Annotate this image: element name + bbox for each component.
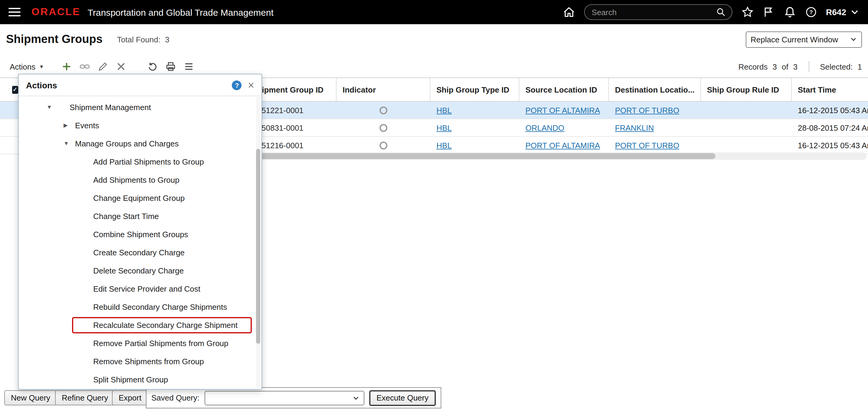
cell-destination-location-id: PORT OF TURBO [609, 137, 701, 154]
column-header-indicator[interactable]: Indicator [337, 78, 430, 101]
notifications-bell-icon[interactable] [783, 6, 796, 18]
list-view-icon[interactable] [183, 61, 194, 72]
ship-group-type-link[interactable]: HBL [436, 123, 452, 132]
tree-node-events[interactable]: ▶ Events [19, 116, 254, 134]
flag-icon[interactable] [763, 6, 774, 18]
refine-query-button[interactable]: Refine Query [55, 390, 115, 405]
actions-dialog-header: Actions ? × [19, 74, 261, 96]
search-input[interactable] [590, 7, 716, 17]
records-current: 3 [773, 62, 777, 71]
column-header-ship-group-type-id[interactable]: Ship Group Type ID [430, 78, 519, 101]
print-icon[interactable] [165, 61, 176, 72]
cell-source-location-id: ORLANDO [519, 119, 609, 136]
new-query-button[interactable]: New Query [4, 390, 57, 405]
app-title: Transportation and Global Trade Manageme… [88, 7, 274, 17]
cell-ship-group-rule-id [701, 102, 792, 119]
source-location-link[interactable]: PORT OF ALTAMIRA [525, 141, 600, 150]
cell-ship-group-rule-id [701, 119, 792, 136]
home-icon[interactable] [563, 6, 575, 18]
actions-menu-label: Actions [10, 62, 35, 71]
help-icon[interactable]: ? [805, 6, 817, 18]
total-found-value: 3 [165, 35, 169, 44]
actions-dialog: Actions ? × ▼ Shipment Management ▶ Even… [18, 74, 262, 390]
action-item[interactable]: Change Start Time [19, 207, 254, 225]
indicator-circle-icon [379, 106, 388, 114]
page-title: Shipment Groups [6, 33, 102, 46]
records-of-label: of [782, 62, 788, 71]
action-item[interactable]: Remove Shipments from Group [19, 352, 254, 370]
column-header-source-location-id[interactable]: Source Location ID [519, 78, 609, 101]
cell-indicator [337, 137, 430, 154]
action-item[interactable]: Remove Partial Shipments from Group [19, 334, 254, 352]
action-item[interactable]: Combine Shipment Groups [19, 225, 254, 243]
saved-query-select[interactable] [204, 390, 364, 405]
global-search-box [584, 4, 732, 20]
toolbar-icons [61, 61, 194, 72]
undo-refresh-icon[interactable] [147, 61, 158, 72]
window-target-select[interactable]: Replace Current Window [746, 31, 862, 48]
action-item[interactable]: Rebuild Secondary Charge Shipments [19, 298, 254, 316]
source-location-link[interactable]: PORT OF ALTAMIRA [525, 105, 600, 115]
user-chevron-down-icon[interactable] [850, 7, 860, 17]
dialog-close-icon[interactable]: × [248, 80, 254, 90]
select-chevron-icon [850, 36, 857, 43]
saved-query-panel: Saved Query: Execute Query [146, 387, 441, 408]
column-header-start-time[interactable]: Start Time [792, 78, 868, 101]
page-header: Shipment Groups Total Found: 3 Replace C… [0, 24, 868, 55]
column-header-destination-location-id[interactable]: Destination Locatio... [609, 78, 701, 101]
actions-menu-button[interactable]: Actions ▼ [6, 60, 48, 73]
link-icon[interactable] [79, 61, 90, 72]
tree-node-label: Events [75, 121, 99, 130]
caret-down-icon[interactable]: ▼ [46, 104, 54, 110]
records-total: 3 [793, 62, 798, 71]
caret-right-icon[interactable]: ▶ [64, 122, 71, 128]
search-icon[interactable] [716, 7, 725, 17]
ship-group-type-link[interactable]: HBL [436, 141, 452, 150]
checkmark-icon: ✓ [13, 87, 17, 92]
ship-group-type-link[interactable]: HBL [436, 105, 452, 115]
window-target-select-value: Replace Current Window [751, 35, 838, 44]
action-item[interactable]: Add Partial Shipments to Group [19, 153, 254, 170]
caret-down-icon[interactable]: ▼ [64, 140, 71, 147]
dialog-scrollbar-thumb[interactable] [256, 149, 260, 344]
cell-start-time: 28-08-2015 07:24 Am [792, 119, 868, 136]
action-item[interactable]: Change Equipment Group [19, 189, 254, 207]
edit-pencil-icon[interactable] [97, 61, 108, 72]
action-item[interactable]: Add Shipments to Group [19, 170, 254, 189]
action-item[interactable]: Delete Secondary Charge [19, 261, 254, 280]
cell-ship-group-type-id: HBL [430, 102, 519, 119]
tree-node-shipment-management[interactable]: ▼ Shipment Management [19, 98, 254, 116]
dialog-help-icon[interactable]: ? [232, 80, 242, 90]
total-found: Total Found: 3 [117, 35, 169, 44]
export-button[interactable]: Export [112, 390, 148, 405]
destination-location-link[interactable]: PORT OF TURBO [615, 105, 679, 115]
dialog-vertical-scrollbar[interactable] [256, 97, 260, 388]
action-item[interactable]: Split Shipment Group [19, 370, 254, 388]
top-navigation-bar: ORACLE Transportation and Global Trade M… [0, 0, 868, 24]
cell-source-location-id: PORT OF ALTAMIRA [519, 102, 609, 119]
action-item[interactable]: Edit Service Provider and Cost [19, 280, 254, 298]
execute-query-button[interactable]: Execute Query [369, 390, 436, 406]
cell-indicator [337, 119, 430, 136]
cell-ship-group-rule-id [701, 137, 792, 154]
records-label: Records [739, 62, 768, 71]
destination-location-link[interactable]: FRANKLIN [615, 123, 654, 132]
indicator-circle-icon [379, 124, 388, 132]
favorites-star-icon[interactable] [741, 6, 753, 18]
action-item-highlighted[interactable]: Recalculate Secondary Charge Shipment [19, 316, 254, 334]
source-location-link[interactable]: ORLANDO [525, 123, 564, 132]
user-menu[interactable]: R642 [826, 7, 860, 17]
hamburger-menu-icon[interactable] [8, 8, 21, 16]
tree-node-manage-groups-and-charges[interactable]: ▼ Manage Groups and Charges [19, 134, 254, 153]
saved-query-label: Saved Query: [151, 393, 199, 402]
application-window: ORACLE Transportation and Global Trade M… [0, 0, 868, 409]
indicator-circle-icon [379, 141, 388, 149]
select-all-checkbox[interactable]: ✓ [12, 86, 18, 93]
cell-destination-location-id: FRANKLIN [609, 119, 701, 136]
destination-location-link[interactable]: PORT OF TURBO [615, 141, 679, 150]
tree-node-label: Manage Groups and Charges [75, 139, 179, 148]
delete-x-icon[interactable] [115, 61, 126, 72]
add-icon[interactable] [61, 61, 72, 72]
action-item[interactable]: Create Secondary Charge [19, 243, 254, 261]
column-header-ship-group-rule-id[interactable]: Ship Group Rule ID [701, 78, 792, 101]
